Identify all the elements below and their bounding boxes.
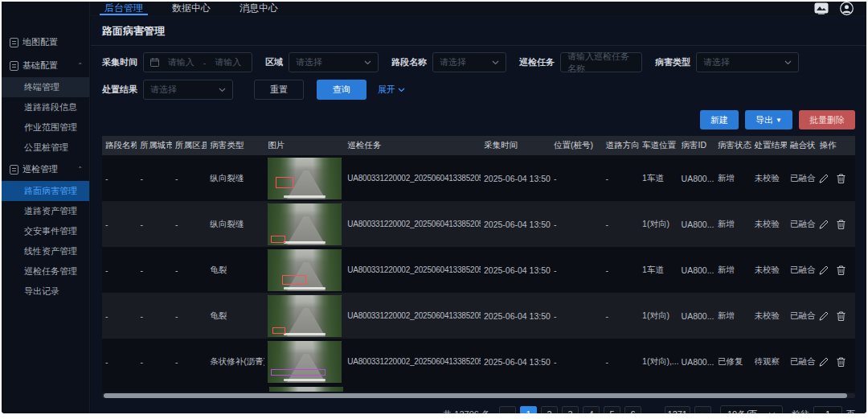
- tab-backend-mgmt[interactable]: 后台管理: [90, 2, 158, 15]
- disease-type-select[interactable]: 请选择: [696, 52, 799, 72]
- batch-delete-button[interactable]: 批量删除: [799, 110, 855, 129]
- page-button-1[interactable]: 1: [520, 406, 537, 414]
- road-photo-thumbnail[interactable]: [268, 341, 342, 383]
- pages-ellipsis[interactable]: •••: [645, 409, 661, 413]
- goto-page-input[interactable]: [813, 406, 842, 414]
- tab-data-center[interactable]: 数据中心: [158, 2, 225, 15]
- page-size-select[interactable]: 10条/页: [720, 405, 783, 413]
- edit-icon[interactable]: [819, 311, 829, 321]
- edit-icon[interactable]: [819, 357, 829, 367]
- calendar-icon: [150, 58, 159, 67]
- road-photo-thumbnail[interactable]: [268, 295, 342, 337]
- delete-icon[interactable]: [837, 220, 845, 229]
- sidebar-item-label: 公里桩管理: [24, 142, 68, 154]
- road-name-select[interactable]: 请选择: [432, 52, 506, 72]
- sidebar-item-label: 巡检任务管理: [24, 265, 77, 277]
- delete-icon[interactable]: [837, 174, 845, 183]
- sidebar-item-base-config[interactable]: 基础配置 ⌃: [2, 54, 89, 77]
- table-row[interactable]: - - - 纵向裂缝 UA800331220002_20250604133852…: [102, 155, 855, 201]
- sidebar-item-road-disease-mgmt[interactable]: 路面病害管理: [2, 181, 89, 201]
- table-row[interactable]: - - - 龟裂 UA800331220002_2025060413385205…: [102, 293, 855, 339]
- cell-lane: 1车道: [639, 247, 678, 293]
- chevron-down-icon: [492, 60, 499, 65]
- region-label: 区域: [265, 56, 283, 68]
- cell-disease-id: UA800...: [678, 247, 714, 293]
- topbar: 后台管理 数据中心 消息中心: [90, 2, 866, 16]
- page-button-last[interactable]: 1271: [665, 406, 690, 414]
- cell-fusion: 已融合: [787, 201, 816, 247]
- sidebar-item-road-asset-mgmt[interactable]: 道路资产管理: [2, 201, 89, 221]
- col-direction: 道路方向: [603, 136, 639, 155]
- cell-status: 新增: [714, 155, 751, 201]
- cell-result: 未校验: [751, 201, 787, 247]
- sidebar-item-terminal-mgmt[interactable]: 终端管理: [2, 77, 89, 97]
- cell-type: 龟裂: [207, 293, 264, 339]
- cell-result: 未校验: [751, 247, 787, 293]
- horizontal-scrollbar[interactable]: [102, 392, 855, 399]
- sidebar-item-map-config[interactable]: 地图配置: [2, 31, 89, 54]
- edit-icon[interactable]: [819, 220, 829, 229]
- cell-lane: 1(对向): [639, 293, 678, 339]
- region-select[interactable]: 请选择: [289, 52, 379, 72]
- collect-time-label: 采集时间: [102, 56, 137, 68]
- result-label: 处置结果: [102, 84, 137, 96]
- cell-lane: 1车道: [639, 155, 678, 201]
- edit-icon[interactable]: [819, 265, 829, 275]
- road-photo-thumbnail[interactable]: [268, 203, 342, 245]
- sidebar-item-inspection-mgmt[interactable]: 巡检管理 ⌃: [2, 158, 89, 181]
- sidebar-item-kilometer-post-mgmt[interactable]: 公里桩管理: [2, 138, 89, 158]
- page-button-3[interactable]: 3: [562, 406, 579, 414]
- delete-icon[interactable]: [837, 357, 845, 367]
- user-icon[interactable]: [840, 2, 854, 15]
- sidebar-item-label: 地图配置: [23, 36, 58, 48]
- page-button-6[interactable]: 6: [624, 406, 641, 414]
- delete-icon[interactable]: [837, 265, 845, 275]
- create-button[interactable]: 新建: [700, 110, 739, 129]
- result-select[interactable]: 请选择: [143, 80, 233, 100]
- reset-button[interactable]: 重置: [254, 80, 304, 100]
- cell-stake: -: [551, 155, 603, 201]
- scrollbar-thumb[interactable]: [104, 393, 847, 398]
- delete-icon[interactable]: [837, 311, 845, 321]
- sidebar-item-linear-asset-mgmt[interactable]: 线性资产管理: [2, 241, 89, 261]
- expand-toggle[interactable]: 展开: [378, 84, 405, 96]
- cell-disease-id: UA800...: [678, 293, 714, 339]
- page-button-4[interactable]: 4: [583, 406, 600, 414]
- road-photo-thumbnail[interactable]: [268, 158, 342, 199]
- cell-stake: -: [551, 201, 603, 247]
- sidebar-item-road-section-info[interactable]: 道路路段信息: [2, 97, 89, 117]
- page-button-5[interactable]: 5: [604, 406, 620, 414]
- prev-page-button[interactable]: ‹: [499, 406, 516, 414]
- task-label: 巡检任务: [519, 56, 555, 68]
- chevron-down-icon: [784, 60, 792, 65]
- next-page-button[interactable]: ›: [694, 406, 711, 414]
- table-row[interactable]: - - - 条状修补(沥青) UA800331220002_2025060413…: [102, 339, 855, 384]
- edit-icon[interactable]: [819, 174, 829, 183]
- photo-watermark: [284, 287, 326, 290]
- collect-time-range-input[interactable]: 请输入 - 请输入: [143, 52, 252, 72]
- cell-result: 未校验: [751, 155, 787, 201]
- sidebar-item-inspection-task-mgmt[interactable]: 巡检任务管理: [2, 261, 89, 281]
- cell-direction: -: [603, 155, 639, 201]
- cell-county: -: [172, 339, 207, 384]
- partially-visible-row: [102, 384, 855, 392]
- page-button-2[interactable]: 2: [541, 406, 558, 414]
- cell-type: 纵向裂缝: [207, 155, 264, 201]
- sidebar-item-traffic-safety-event-mgmt[interactable]: 交安事件管理: [2, 221, 89, 241]
- task-input[interactable]: 请输入巡检任务名称: [560, 52, 642, 72]
- cell-stake: -: [551, 247, 603, 293]
- table-row[interactable]: - - - 纵向裂缝 UA800331220002_20250604133852…: [102, 201, 855, 247]
- detection-box: [271, 369, 326, 376]
- photo-watermark: [284, 241, 326, 244]
- col-county: 所属区县: [172, 136, 207, 155]
- col-fusion: 融合状: [787, 136, 816, 155]
- sidebar-item-work-scope-mgmt[interactable]: 作业范围管理: [2, 117, 89, 138]
- sidebar-item-export-records[interactable]: 导出记录: [2, 281, 89, 302]
- table-row[interactable]: - - - 龟裂 UA800331220002_2025060413385205…: [102, 247, 855, 293]
- tab-message-center[interactable]: 消息中心: [225, 2, 293, 15]
- search-button[interactable]: 查询: [317, 80, 366, 100]
- task-placeholder: 请输入巡检任务名称: [567, 51, 635, 75]
- image-icon[interactable]: [814, 2, 829, 14]
- export-button[interactable]: 导出 ▼: [745, 110, 792, 129]
- road-photo-thumbnail[interactable]: [268, 249, 342, 291]
